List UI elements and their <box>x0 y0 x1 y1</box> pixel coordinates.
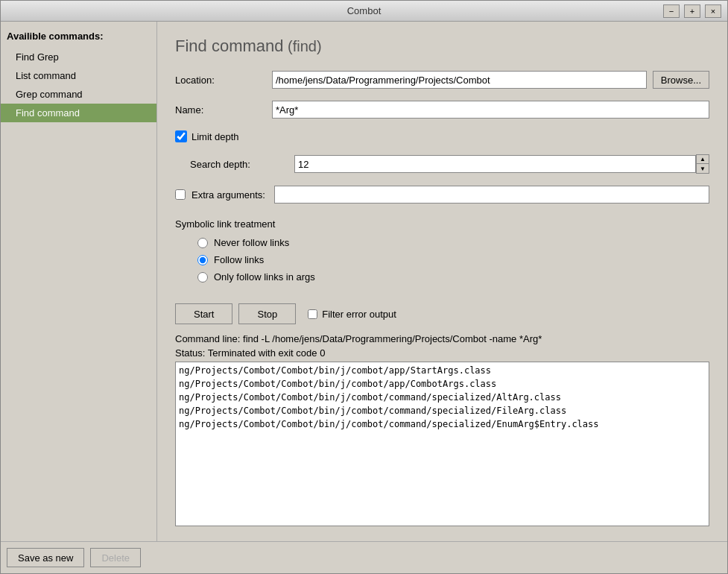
limit-depth-row: Limit depth <box>175 130 709 142</box>
extra-args-input[interactable] <box>274 186 709 204</box>
save-as-new-button[interactable]: Save as new <box>7 548 84 567</box>
browse-button[interactable]: Browse... <box>653 71 709 89</box>
radio-only: Only follow links in args <box>197 271 709 283</box>
sidebar-item-find-command[interactable]: Find command <box>1 104 156 122</box>
limit-depth-checkbox[interactable] <box>175 130 187 142</box>
stop-button[interactable]: Stop <box>238 303 296 324</box>
spinner-down-button[interactable]: ▼ <box>697 164 709 173</box>
window-footer: Save as new Delete <box>1 541 727 573</box>
output-line: ng/Projects/Combot/Combot/bin/j/combot/a… <box>179 377 706 391</box>
output-area[interactable]: ng/Projects/Combot/Combot/bin/j/combot/a… <box>175 362 709 526</box>
status-line: Status: Terminated with exit code 0 <box>175 347 709 359</box>
title-bar: Combot − + × <box>1 1 727 22</box>
radio-follow-label: Follow links <box>214 254 264 265</box>
minimize-button[interactable]: − <box>663 4 680 18</box>
radio-never: Never follow links <box>197 237 709 248</box>
filter-error-row: Filter error output <box>308 309 396 320</box>
spinner-buttons: ▲ ▼ <box>696 154 709 174</box>
radio-follow-input[interactable] <box>197 255 208 265</box>
radio-group: Never follow links Follow links Only fol… <box>175 237 709 288</box>
extra-args-checkbox[interactable] <box>175 189 186 200</box>
maximize-button[interactable]: + <box>684 4 700 18</box>
spinner-up-button[interactable]: ▲ <box>697 155 709 164</box>
location-label: Location: <box>175 75 272 86</box>
close-button[interactable]: × <box>705 4 721 18</box>
name-row: Name: <box>175 101 709 119</box>
search-depth-spinner: ▲ ▼ <box>294 154 709 174</box>
filter-error-checkbox[interactable] <box>308 309 317 319</box>
main-area: Find command (find) Location: Browse... … <box>157 22 727 541</box>
sidebar-item-list-command[interactable]: List command <box>1 66 156 85</box>
main-window: Combot − + × Availible commands: Find Gr… <box>0 0 728 574</box>
extra-args-row: Extra arguments: <box>175 186 709 204</box>
search-depth-label: Search depth: <box>190 159 294 170</box>
extra-args-label: Extra arguments: <box>192 189 265 201</box>
action-button-row: Start Stop Filter error output <box>175 303 709 324</box>
filter-error-label: Filter error output <box>322 309 396 320</box>
window-controls: − + × <box>663 4 721 18</box>
radio-only-label: Only follow links in args <box>214 271 315 283</box>
search-depth-input[interactable] <box>294 155 696 173</box>
window-title: Combot <box>347 5 382 16</box>
radio-never-input[interactable] <box>197 238 208 248</box>
sidebar: Availible commands: Find Grep List comma… <box>1 22 157 541</box>
output-line: ng/Projects/Combot/Combot/bin/j/combot/c… <box>179 391 706 404</box>
sidebar-item-find-grep[interactable]: Find Grep <box>1 48 156 66</box>
limit-depth-label: Limit depth <box>192 131 239 142</box>
radio-only-input[interactable] <box>197 272 208 283</box>
output-line: ng/Projects/Combot/Combot/bin/j/combot/c… <box>179 404 706 417</box>
sidebar-header: Availible commands: <box>1 28 156 48</box>
name-field <box>272 101 709 119</box>
start-button[interactable]: Start <box>175 303 232 324</box>
page-title: Find command (find) <box>175 37 709 56</box>
location-input[interactable] <box>272 71 647 89</box>
main-content: Find command (find) Location: Browse... … <box>157 22 727 541</box>
location-row: Location: Browse... <box>175 71 709 89</box>
symbolic-link-section-title: Symbolic link treatment <box>175 218 709 230</box>
window-body: Availible commands: Find Grep List comma… <box>1 22 727 541</box>
output-line: ng/Projects/Combot/Combot/bin/j/combot/c… <box>179 417 706 431</box>
search-depth-row: Search depth: ▲ ▼ <box>175 154 709 174</box>
name-input[interactable] <box>272 101 709 119</box>
sidebar-item-grep-command[interactable]: Grep command <box>1 85 156 104</box>
delete-button[interactable]: Delete <box>90 548 141 567</box>
radio-never-label: Never follow links <box>214 237 289 248</box>
output-line: ng/Projects/Combot/Combot/bin/j/combot/a… <box>179 364 706 377</box>
location-field: Browse... <box>272 71 709 89</box>
name-label: Name: <box>175 104 272 116</box>
radio-follow: Follow links <box>197 254 709 265</box>
command-line: Command line: find -L /home/jens/Data/Pr… <box>175 333 709 344</box>
